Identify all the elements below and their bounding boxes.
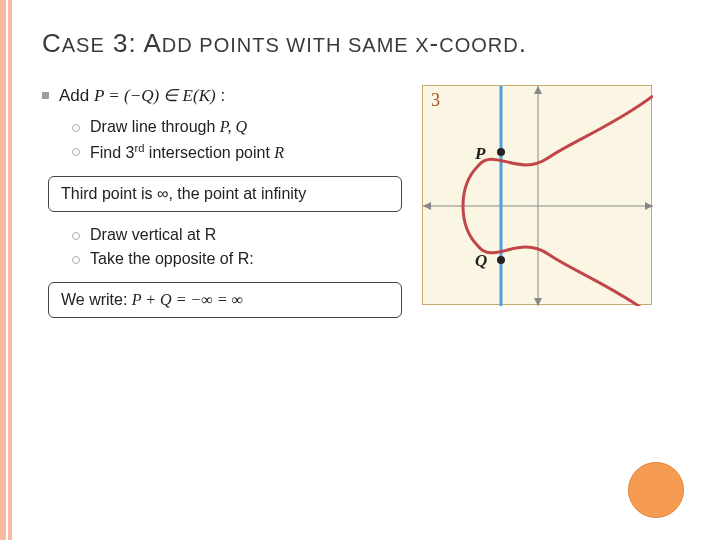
right-column: 3 P Q xyxy=(422,85,662,332)
box2-text: We write: P + Q = −∞ = ∞ xyxy=(61,291,243,308)
circle-bullet-icon xyxy=(72,148,80,156)
sub2-c: intersection point xyxy=(144,144,274,161)
sub2-d: R xyxy=(274,144,284,161)
svg-marker-2 xyxy=(423,202,431,210)
circle-bullet-icon xyxy=(72,232,80,240)
orange-circle-icon xyxy=(628,462,684,518)
bullet-draw-vertical: Draw vertical at R xyxy=(72,226,402,244)
sub1-b: P, Q xyxy=(220,118,247,135)
bullet-find-text: Find 3rd intersection point R xyxy=(90,142,284,162)
content-row: Add P = (−Q) ∈ E(K) : Draw line through … xyxy=(42,85,690,332)
left-column: Add P = (−Q) ∈ E(K) : Draw line through … xyxy=(42,85,402,332)
box-third-point: Third point is ∞, the point at infinity xyxy=(48,176,402,212)
box-we-write: We write: P + Q = −∞ = ∞ xyxy=(48,282,402,318)
sub3-text: Draw vertical at R xyxy=(90,226,216,244)
sub1-a: Draw line through xyxy=(90,118,220,135)
bullet-draw-line-text: Draw line through P, Q xyxy=(90,118,247,136)
add-prefix: Add xyxy=(59,86,94,105)
figure-svg xyxy=(423,86,653,306)
bullet-add: Add P = (−Q) ∈ E(K) : xyxy=(42,85,402,106)
bullet-draw-line: Draw line through P, Q xyxy=(72,118,402,136)
sub2-a: Find 3 xyxy=(90,144,134,161)
box2-a: We write: xyxy=(61,291,132,308)
slide-title: CASE 3: ADD POINTS WITH SAME X-COORD. xyxy=(42,28,690,59)
circle-bullet-icon xyxy=(72,124,80,132)
bullet-take-opposite: Take the opposite of R: xyxy=(72,250,402,268)
svg-marker-5 xyxy=(534,298,542,306)
add-suffix: : xyxy=(216,86,225,105)
figure-label-p: P xyxy=(475,144,485,164)
title-text: CASE 3: ADD POINTS WITH SAME X-COORD. xyxy=(42,28,527,58)
sub4-text: Take the opposite of R: xyxy=(90,250,254,268)
circle-bullet-icon xyxy=(72,256,80,264)
figure-label-q: Q xyxy=(475,251,487,271)
svg-point-8 xyxy=(497,256,505,264)
sub2-b: rd xyxy=(134,142,144,154)
bullet-find-intersection: Find 3rd intersection point R xyxy=(72,142,402,162)
add-equation: P = (−Q) ∈ E(K) xyxy=(94,86,216,105)
box1-text: Third point is ∞, the point at infinity xyxy=(61,185,306,202)
square-bullet-icon xyxy=(42,92,49,99)
bullet-add-text: Add P = (−Q) ∈ E(K) : xyxy=(59,85,225,106)
slide: CASE 3: ADD POINTS WITH SAME X-COORD. Ad… xyxy=(12,0,720,540)
slide-accent-bar xyxy=(0,0,12,540)
svg-marker-1 xyxy=(645,202,653,210)
box2-b: P + Q = −∞ = ∞ xyxy=(132,291,243,308)
elliptic-curve-figure: 3 P Q xyxy=(422,85,652,305)
svg-marker-4 xyxy=(534,86,542,94)
svg-point-7 xyxy=(497,148,505,156)
